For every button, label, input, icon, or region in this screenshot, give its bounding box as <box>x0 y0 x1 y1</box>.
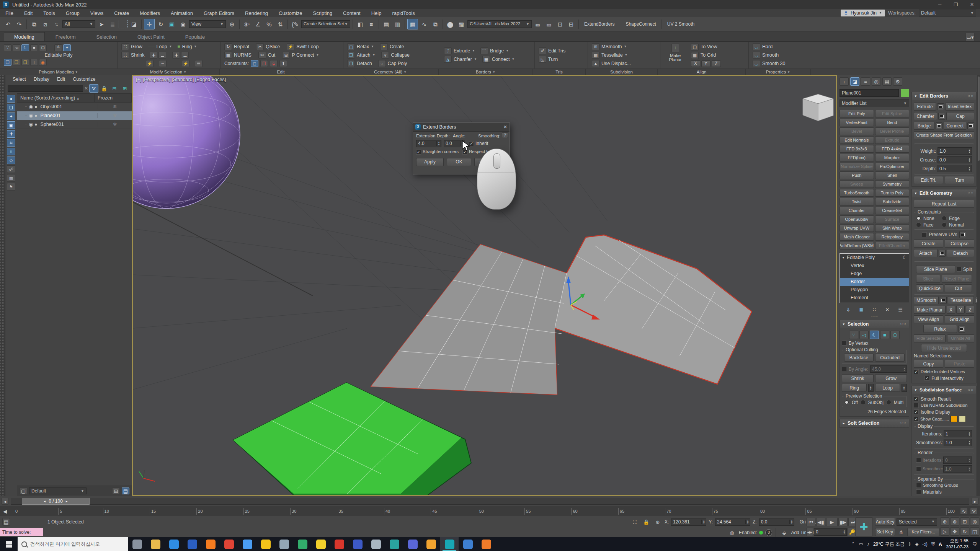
modifier-list-dropdown[interactable]: Modifier List▼ <box>840 99 909 107</box>
selection-lock-icon[interactable]: 🔒 <box>642 518 651 526</box>
key-step-icon[interactable]: ◂▸ <box>806 528 813 536</box>
extrude-button[interactable]: Extrude <box>914 103 936 111</box>
selection-region-icon[interactable] <box>119 20 128 28</box>
select-scale-icon[interactable]: ▣ <box>167 19 177 29</box>
modifier-button[interactable]: FFD 4x4x4 <box>875 145 910 153</box>
reference-coordinate-dropdown[interactable]: View▼ <box>189 20 226 28</box>
viewport-label[interactable]: [+] [Perspective] [Standard] [Edged Face… <box>136 77 226 82</box>
taskbar-app-icon[interactable] <box>201 537 220 551</box>
modifier-button[interactable]: Retopology <box>875 233 910 241</box>
ring-spinner[interactable]: ▲▼ <box>868 384 874 392</box>
dialog-title-bar[interactable]: 3 Extend Borders ✕ <box>413 123 510 132</box>
menu-item[interactable]: Edit <box>19 9 38 17</box>
configure-modifier-sets-icon[interactable]: ☰ <box>896 305 905 314</box>
element-subobject-icon[interactable]: ⬡ <box>890 331 900 339</box>
make-planar-button[interactable]: Make Planar <box>914 306 946 314</box>
create-shape-button[interactable]: Create Shape From Selection <box>914 131 974 139</box>
planar-y-button[interactable]: Y <box>956 306 965 314</box>
taskbar-app-icon[interactable] <box>477 537 495 551</box>
play-icon[interactable]: ▶ <box>826 518 838 526</box>
tray-speaker-icon[interactable]: ◁) <box>923 542 928 546</box>
border-mode-icon[interactable]: ☾ <box>21 44 29 51</box>
msmooth-button[interactable]: ⊞MSmooth▼ <box>592 43 656 50</box>
display-tab-icon[interactable]: ▤ <box>882 77 892 86</box>
connect-settings-icon[interactable] <box>967 122 974 129</box>
explorer-footer-icon[interactable]: ▢ <box>20 487 27 494</box>
modifier-button[interactable]: Turn to Poly <box>875 189 910 197</box>
relax-button[interactable]: ▢Relax▼ <box>347 43 374 50</box>
render-frame-window-icon[interactable]: ⊡ <box>555 19 565 29</box>
hide-selected-button[interactable]: Hide Selected <box>914 334 946 342</box>
softselection-icon[interactable]: ◉ <box>39 59 47 66</box>
zoom-extents-icon[interactable]: ⊡ <box>960 517 969 526</box>
create-button[interactable]: Create <box>914 240 943 248</box>
motion-tab-icon[interactable]: ◎ <box>872 77 881 86</box>
shrink-button[interactable]: Shrink <box>842 374 874 382</box>
isolate-selection-icon[interactable]: ⛶ <box>630 518 639 526</box>
loop-mode-icon[interactable]: ⚡ <box>146 60 154 67</box>
taskbar-app-icon[interactable] <box>330 537 348 551</box>
planar-x-button[interactable]: X <box>947 306 955 314</box>
frozen-column-header[interactable]: Frozen <box>94 94 131 102</box>
filter-funnel-icon[interactable]: ⛛ <box>89 84 98 93</box>
to-grid-button[interactable]: ▦To Grid <box>691 52 721 59</box>
show-end-result-icon[interactable]: ≣ <box>857 305 866 314</box>
modifier-button[interactable]: Symmetry <box>875 180 910 188</box>
by-angle-checkbox[interactable] <box>842 367 847 372</box>
full-interactivity-checkbox[interactable] <box>924 376 929 381</box>
tray-expand-icon[interactable]: ⌃ <box>851 542 855 546</box>
key-filters-button[interactable]: Key Filters... <box>907 528 939 536</box>
visibility-eye-icon[interactable]: ◉ <box>29 104 33 109</box>
border-subobject-icon[interactable]: ☾ <box>870 331 879 339</box>
menu-item[interactable]: Graph Editors <box>198 9 240 17</box>
menu-item[interactable]: Scripting <box>308 9 338 17</box>
extendborders-script-button[interactable]: ExtendBorders <box>581 22 617 26</box>
zoom-all-icon[interactable]: ⊛ <box>950 517 959 526</box>
smooth30-button[interactable]: ◡Smooth 30 <box>753 60 810 67</box>
menu-item[interactable]: Tools <box>38 9 60 17</box>
border-bridge-button[interactable]: ⌒Bridge▼ <box>480 47 509 54</box>
weight-spinner[interactable]: 1.0▲▼ <box>938 147 972 155</box>
modifier-button[interactable]: Edit Spline <box>875 110 910 117</box>
layer-list-icon[interactable]: ▥ <box>392 19 402 29</box>
object-level-icon[interactable]: ❒ <box>4 59 11 66</box>
menu-item[interactable]: Create <box>109 9 134 17</box>
turn-button[interactable]: ◺Turn <box>539 56 584 63</box>
menu-item[interactable]: Content <box>338 9 366 17</box>
menu-item[interactable]: rapidTools <box>387 9 420 17</box>
pin-stack-icon[interactable]: ⇓ <box>844 305 853 314</box>
listener-icon[interactable]: ▤ <box>2 518 10 526</box>
visibility-eye-icon[interactable]: ◉ <box>29 113 33 118</box>
cut-button[interactable]: Cut <box>945 284 972 292</box>
taskbar-app-icon[interactable] <box>128 537 146 551</box>
show-xrefs-icon[interactable]: ◇ <box>7 156 15 164</box>
stack-subobject-row[interactable]: Polygon <box>840 286 909 294</box>
layer-explorer-icon[interactable]: ▤ <box>381 19 391 29</box>
align-z-button[interactable]: Z <box>712 60 721 67</box>
taskbar-clock[interactable]: 오전 1:55 2021-07-23 <box>946 538 969 550</box>
panel-scrollbar[interactable] <box>977 75 980 496</box>
maxscript-icon[interactable]: {✎ <box>290 19 300 29</box>
edit-label[interactable]: Edit <box>220 69 342 75</box>
straighten-corners-checkbox[interactable] <box>416 150 421 155</box>
frozen-toggle-icon[interactable]: ❄ <box>98 113 132 118</box>
align-icon[interactable]: ≡ <box>366 19 376 29</box>
bridge-settings-icon[interactable] <box>936 122 942 129</box>
loop-button[interactable]: Loop <box>875 384 900 392</box>
render-iterations-checkbox[interactable] <box>916 458 921 463</box>
show-cage-checkbox[interactable] <box>914 417 919 422</box>
ribbon-tab[interactable]: Selection <box>87 33 127 41</box>
modifier-button[interactable]: Push <box>840 171 874 179</box>
border-extrude-button[interactable]: ⤴Extrude▼ <box>444 47 475 54</box>
mirror-icon[interactable]: ◧ <box>355 19 365 29</box>
object-color-swatch[interactable] <box>901 89 909 97</box>
constraint-none-icon[interactable]: ◻ <box>251 60 258 67</box>
explorer-menu-item[interactable]: Display <box>30 77 53 82</box>
modify-selection-label[interactable]: Modify Selection ▼ <box>117 69 220 75</box>
modifier-button[interactable]: CreaseSet <box>875 207 910 214</box>
ribbon-tab[interactable]: Modeling <box>4 32 45 41</box>
use-nurms-checkbox[interactable] <box>914 403 919 408</box>
render-production-icon[interactable]: 🝙 <box>533 19 543 29</box>
modify-tab-icon[interactable]: ◪ <box>850 77 859 86</box>
stack-subobject-row[interactable]: Border <box>840 278 909 286</box>
